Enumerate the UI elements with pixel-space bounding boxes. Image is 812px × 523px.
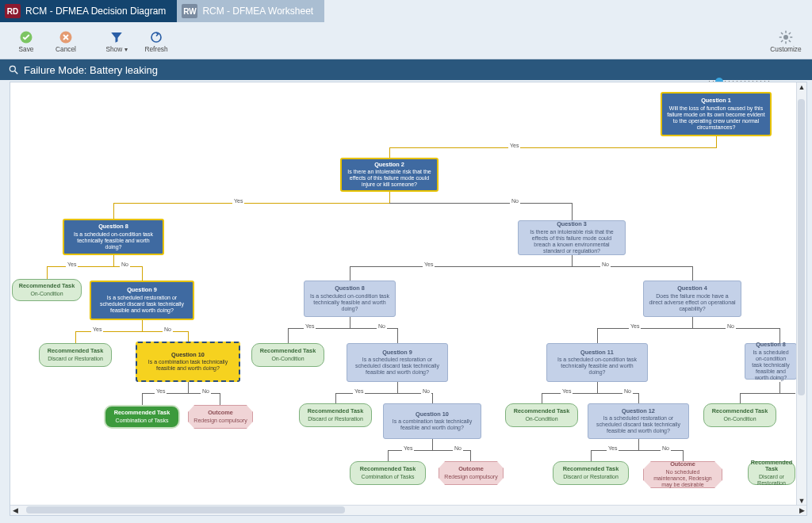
node-rt-combination[interactable]: Recommended TaskCombination of Tasks [104, 405, 180, 429]
tab-label: RCM - DFMEA Worksheet [202, 6, 313, 17]
vertical-scrollbar[interactable]: ▲ ▼ [796, 82, 806, 506]
customize-button[interactable]: Customize [766, 29, 806, 55]
node-q9-left[interactable]: Question 9Is a scheduled restoration or … [90, 281, 194, 320]
node-q2[interactable]: Question 2Is there an intolerable risk t… [340, 158, 439, 192]
cancel-button[interactable]: Cancel [46, 29, 86, 55]
page-title: Failure Mode: Battery leaking [24, 64, 158, 76]
breadcrumb: Failure Mode: Battery leaking [0, 59, 812, 80]
svg-line-11 [789, 32, 791, 34]
node-q10-current[interactable]: Question 10Is a combination task technic… [136, 342, 240, 382]
save-button[interactable]: Save [6, 29, 46, 55]
node-rt-discard-3[interactable]: Recommended TaskDiscard or Restoration [553, 461, 629, 485]
gear-icon [779, 30, 793, 44]
chevron-right-icon[interactable]: ▶ [797, 506, 806, 515]
node-q4[interactable]: Question 4Does the failure mode have a d… [643, 281, 741, 317]
chevron-up-icon[interactable]: ▲ [797, 82, 806, 92]
refresh-icon [149, 30, 163, 44]
node-rt-discard-2[interactable]: Recommended TaskDiscard or Restoration [299, 403, 372, 427]
refresh-button[interactable]: Refresh [136, 29, 176, 55]
tab-decision-diagram[interactable]: RD RCM - DFMEA Decision Diagram [0, 0, 177, 22]
node-q3[interactable]: Question 3Is there an intolerable risk t… [518, 220, 626, 255]
node-q8-right[interactable]: Question 8Is a scheduled on-condition ta… [745, 343, 797, 380]
toolbar: Save Cancel Show ▾ Refresh Customize [0, 22, 812, 59]
svg-line-10 [781, 40, 783, 41]
node-q10-mid[interactable]: Question 10Is a combination task technic… [383, 403, 481, 439]
node-rt-oncondition-2[interactable]: Recommended TaskOn-Condition [251, 343, 324, 367]
svg-line-9 [789, 40, 791, 41]
node-q12[interactable]: Question 12Is a scheduled restoration or… [588, 403, 689, 439]
node-q1[interactable]: Question 1Will the loss of function caus… [661, 92, 772, 136]
node-outcome-redesign-1[interactable]: OutcomeRedesign compulsory [188, 405, 253, 429]
svg-point-2 [151, 32, 161, 42]
node-rt-oncondition-1[interactable]: Recommended TaskOn-Condition [12, 279, 82, 301]
node-q8-mid[interactable]: Question 8Is a scheduled on-condition ta… [304, 281, 396, 317]
chevron-left-icon[interactable]: ◀ [10, 506, 20, 515]
check-icon [19, 30, 33, 44]
diagram-canvas[interactable]: Yes Yes No Yes No Yes No Yes No [10, 82, 807, 516]
horizontal-scrollbar[interactable]: ◀ ▶ [10, 505, 806, 515]
svg-point-3 [783, 35, 788, 40]
svg-point-12 [10, 66, 15, 71]
node-outcome-nomaintenance[interactable]: OutcomeNo scheduled maintenance, Redesig… [643, 461, 722, 488]
close-icon [59, 30, 73, 44]
tab-badge-rd: RD [5, 4, 21, 18]
svg-line-8 [781, 32, 783, 34]
node-rt-combination-2[interactable]: Recommended TaskCombination of Tasks [350, 461, 426, 485]
node-rt-discard-4[interactable]: Recommended TaskDiscard or Restoration [748, 461, 795, 485]
node-rt-oncondition-3[interactable]: Recommended TaskOn-Condition [505, 403, 578, 427]
tab-worksheet[interactable]: RW RCM - DFMEA Worksheet [177, 0, 324, 22]
search-icon [8, 64, 19, 75]
node-q11[interactable]: Question 11Is a scheduled on-condition t… [546, 343, 648, 382]
node-rt-discard-1[interactable]: Recommended TaskDiscard or Restoration [39, 343, 112, 367]
show-button[interactable]: Show ▾ [97, 29, 136, 55]
node-rt-oncondition-4[interactable]: Recommended TaskOn-Condition [703, 403, 776, 427]
svg-line-13 [15, 71, 18, 74]
node-outcome-redesign-2[interactable]: OutcomeRedesign compulsory [439, 461, 504, 485]
filter-icon [109, 30, 124, 44]
tab-label: RCM - DFMEA Decision Diagram [25, 6, 166, 17]
node-q9-mid[interactable]: Question 9Is a scheduled restoration or … [347, 343, 448, 382]
tab-badge-rw: RW [182, 4, 197, 18]
node-q8-left[interactable]: Question 8Is a scheduled on-condition ta… [63, 219, 164, 255]
